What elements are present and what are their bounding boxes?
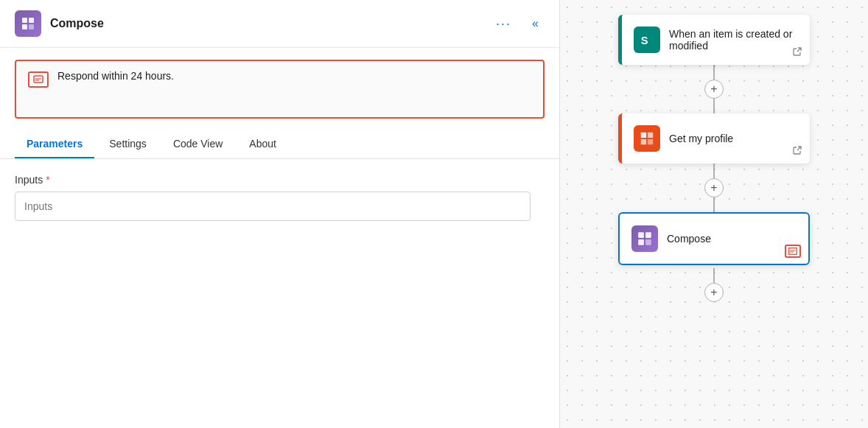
connector-line: [713, 65, 715, 80]
action-header: Compose ··· «: [0, 0, 559, 48]
connector-line-3: [713, 164, 715, 178]
svg-rect-11: [648, 139, 653, 144]
add-step-2-button[interactable]: +: [704, 178, 724, 197]
svg-rect-2: [22, 24, 27, 29]
compose-card[interactable]: Compose: [618, 212, 810, 265]
svg-text:S: S: [641, 35, 648, 46]
connector-1: +: [704, 65, 724, 113]
add-step-final-button[interactable]: +: [704, 283, 724, 302]
flow-container: S When an item is created or modified +: [611, 15, 817, 302]
tabs-bar: Parameters Settings Code View About: [0, 130, 559, 159]
tab-settings[interactable]: Settings: [97, 130, 158, 158]
form-section: Inputs *: [0, 159, 559, 236]
connector-line-2: [713, 99, 715, 113]
svg-rect-0: [22, 18, 27, 23]
compose-note-icon: [785, 245, 801, 258]
more-options-button[interactable]: ···: [490, 13, 517, 35]
trigger-link-icon: [792, 46, 802, 59]
tab-about[interactable]: About: [237, 130, 288, 158]
connector-line-4: [713, 197, 715, 212]
svg-rect-13: [645, 232, 651, 238]
office-icon: [634, 125, 660, 152]
note-box: Respond within 24 hours.: [15, 60, 545, 119]
trigger-card-title: When an item is created or modified: [669, 28, 798, 52]
profile-card-title: Get my profile: [669, 133, 798, 144]
compose-header-icon: [15, 10, 41, 37]
required-indicator: *: [46, 174, 49, 186]
svg-rect-12: [638, 232, 644, 238]
trigger-card[interactable]: S When an item is created or modified: [618, 15, 810, 65]
note-icon: [28, 71, 49, 88]
profile-card[interactable]: Get my profile: [618, 113, 810, 164]
sharepoint-icon: S: [634, 27, 660, 53]
add-step-1-button[interactable]: +: [704, 80, 724, 99]
action-title: Compose: [50, 17, 490, 30]
connector-2: +: [704, 164, 724, 212]
inputs-label: Inputs *: [15, 174, 545, 186]
bottom-line: [713, 268, 715, 283]
compose-card-icon: [631, 225, 658, 252]
svg-rect-16: [789, 248, 797, 255]
left-panel: Compose ··· « Respond within 24 hours. P…: [0, 0, 560, 428]
svg-rect-3: [29, 24, 34, 29]
svg-rect-14: [638, 239, 644, 245]
tab-parameters[interactable]: Parameters: [15, 130, 94, 158]
collapse-panel-button[interactable]: «: [526, 14, 545, 33]
svg-rect-10: [641, 139, 646, 144]
svg-rect-8: [641, 133, 646, 138]
compose-card-title: Compose: [667, 233, 797, 245]
bottom-connector: +: [704, 268, 724, 302]
profile-link-icon: [792, 145, 802, 158]
tab-code-view[interactable]: Code View: [161, 130, 234, 158]
svg-rect-9: [648, 133, 653, 138]
header-actions: ··· «: [490, 13, 545, 35]
svg-rect-1: [29, 18, 34, 23]
svg-rect-15: [645, 239, 651, 245]
flow-canvas: S When an item is created or modified +: [560, 0, 868, 428]
inputs-field[interactable]: [15, 192, 531, 221]
note-text: Respond within 24 hours.: [57, 70, 174, 82]
